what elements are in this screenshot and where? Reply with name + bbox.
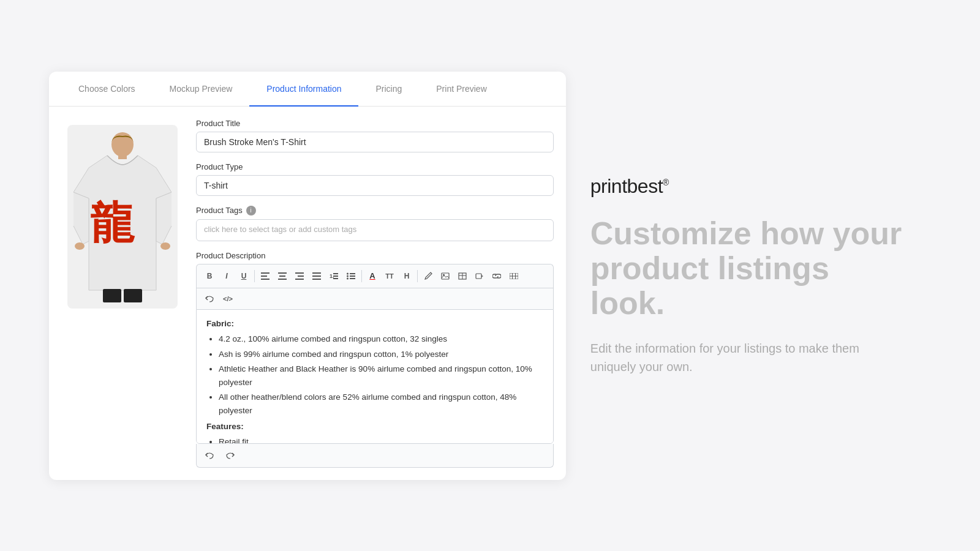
unordered-list-button[interactable] [343, 268, 359, 284]
svg-rect-16 [312, 272, 321, 274]
form-area: Product Title Product Type Product Tags … [196, 119, 554, 468]
list-item: Retail fit [219, 435, 543, 443]
svg-rect-27 [350, 276, 355, 277]
right-panel: printbest® Customize how your product li… [566, 151, 931, 401]
brand-name: printbest® [590, 175, 907, 198]
product-description-field: Product Description B I U [196, 251, 554, 468]
svg-rect-18 [312, 279, 321, 280]
italic-button[interactable]: I [219, 268, 235, 284]
svg-rect-6 [124, 289, 142, 302]
tagline: Customize how your product listings look… [590, 216, 907, 321]
product-tags-input[interactable]: click here to select tags or add custom … [196, 219, 554, 241]
svg-rect-10 [278, 272, 287, 274]
description: Edit the information for your listings t… [590, 339, 907, 376]
svg-rect-14 [298, 276, 304, 277]
svg-point-25 [347, 277, 349, 279]
svg-rect-8 [261, 276, 267, 277]
svg-rect-26 [350, 273, 355, 274]
editor-toolbar: B I U [196, 264, 554, 288]
product-description-label: Product Description [196, 251, 554, 260]
heading-button[interactable]: H [399, 268, 415, 284]
svg-rect-17 [312, 276, 321, 277]
svg-rect-21 [333, 276, 338, 277]
undo-button[interactable] [202, 291, 217, 307]
svg-rect-20 [333, 273, 338, 274]
underline-button[interactable]: U [236, 268, 252, 284]
align-left-button[interactable] [257, 268, 273, 284]
bold-button[interactable]: B [202, 268, 217, 284]
tags-info-icon[interactable]: i [246, 206, 256, 216]
fabric-list: 4.2 oz., 100% airlume combed and ringspu… [206, 332, 543, 418]
font-color-button[interactable]: A [364, 268, 380, 284]
list-item: All other heather/blend colors are 52% a… [219, 391, 543, 417]
product-tags-field: Product Tags i click here to select tags… [196, 206, 554, 241]
product-title-field: Product Title [196, 119, 554, 152]
svg-rect-22 [333, 278, 338, 279]
product-tags-label: Product Tags i [196, 206, 554, 216]
svg-text:龍: 龍 [90, 199, 135, 248]
content-area: 龍 [49, 107, 566, 480]
product-image: 龍 [67, 125, 178, 309]
product-type-label: Product Type [196, 162, 554, 171]
product-title-label: Product Title [196, 119, 554, 128]
table-button[interactable] [454, 268, 470, 284]
editor-toolbar-row2: </> [196, 288, 554, 309]
tab-mockup-preview[interactable]: Mockup Preview [153, 72, 250, 106]
list-item: 4.2 oz., 100% airlume combed and ringspu… [219, 332, 543, 346]
more-button[interactable] [506, 268, 522, 284]
svg-rect-15 [295, 279, 304, 280]
features-label: Features: [206, 422, 244, 431]
svg-rect-12 [278, 279, 287, 280]
tab-product-information[interactable]: Product Information [249, 72, 358, 106]
product-title-input[interactable] [196, 132, 554, 152]
footer-redo-button[interactable] [222, 448, 238, 463]
pen-button[interactable] [420, 268, 436, 284]
tabs-container: Choose Colors Mockup Preview Product Inf… [49, 72, 566, 107]
ordered-list-button[interactable]: 1. [326, 268, 342, 284]
list-item: Athletic Heather and Black Heather is 90… [219, 362, 543, 389]
link-button[interactable] [489, 268, 505, 284]
svg-point-23 [347, 272, 349, 274]
divider-1 [254, 270, 255, 282]
tab-pricing[interactable]: Pricing [358, 72, 419, 106]
tab-choose-colors[interactable]: Choose Colors [61, 72, 153, 106]
svg-point-24 [347, 275, 349, 277]
svg-rect-7 [261, 272, 270, 274]
list-item: Ash is 99% airlume combed and ringspun c… [219, 348, 543, 361]
svg-rect-5 [103, 289, 121, 302]
editor-footer [196, 444, 554, 468]
image-button[interactable] [437, 268, 453, 284]
svg-rect-29 [442, 273, 449, 279]
align-right-button[interactable] [292, 268, 307, 284]
divider-3 [417, 270, 418, 282]
svg-rect-9 [261, 279, 270, 280]
svg-rect-2 [118, 154, 127, 159]
video-button[interactable] [472, 268, 488, 284]
font-size-button[interactable]: TT [382, 268, 398, 284]
svg-point-3 [75, 242, 85, 250]
svg-rect-11 [279, 276, 285, 277]
product-type-field: Product Type [196, 162, 554, 196]
fabric-label: Fabric: [206, 319, 234, 328]
product-type-input[interactable] [196, 175, 554, 196]
footer-undo-button[interactable] [202, 448, 217, 463]
svg-rect-13 [295, 272, 304, 274]
editor-content[interactable]: Fabric: 4.2 oz., 100% airlume combed and… [196, 309, 554, 444]
divider-2 [361, 270, 362, 282]
justify-button[interactable] [309, 268, 325, 284]
align-center-button[interactable] [274, 268, 290, 284]
code-button[interactable]: </> [220, 291, 236, 307]
tshirt-svg: 龍 [70, 131, 175, 302]
svg-rect-28 [350, 278, 355, 279]
svg-point-4 [160, 242, 170, 250]
left-panel: Choose Colors Mockup Preview Product Inf… [49, 72, 566, 480]
features-list: Retail fit Unisex sizing Shoulder taping… [206, 435, 543, 443]
product-image-container: 龍 [61, 119, 184, 468]
tab-print-preview[interactable]: Print Preview [419, 72, 503, 106]
svg-rect-34 [476, 274, 481, 279]
page-wrapper: Choose Colors Mockup Preview Product Inf… [0, 0, 980, 551]
